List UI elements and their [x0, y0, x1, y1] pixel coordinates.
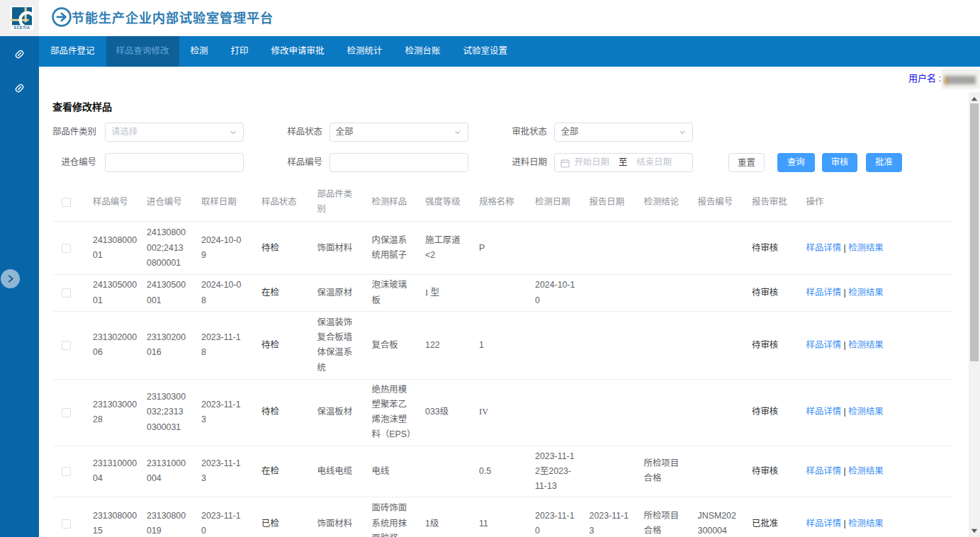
- svg-text:SCETIA: SCETIA: [14, 26, 30, 30]
